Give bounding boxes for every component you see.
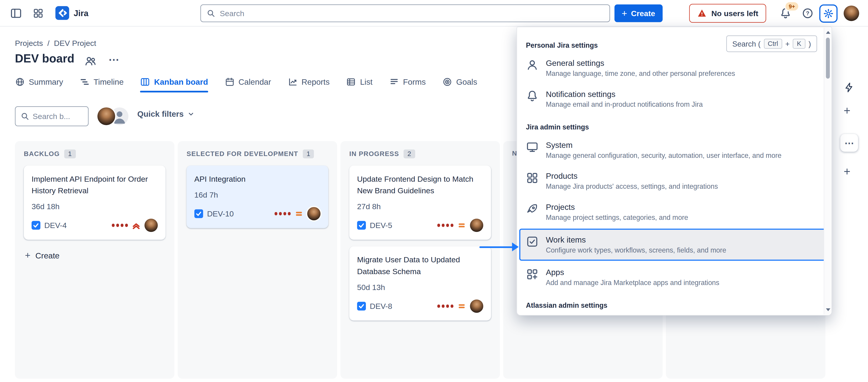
tab-label: Timeline bbox=[94, 77, 124, 86]
column-create-button[interactable]: + Create bbox=[15, 245, 69, 266]
menu-item-system[interactable]: System Manage general configuration, sec… bbox=[517, 134, 832, 165]
kanban-column-in-progress: IN PROGRESS 2 Update Frontend Design to … bbox=[340, 141, 500, 379]
tab-goals[interactable]: Goals bbox=[442, 77, 477, 88]
menu-item-title: General settings bbox=[546, 58, 735, 69]
timeline-icon bbox=[80, 77, 90, 87]
reports-icon bbox=[288, 77, 298, 87]
menu-item-title: Apps bbox=[546, 267, 719, 278]
scroll-up-arrow-icon[interactable] bbox=[826, 31, 831, 34]
settings-button[interactable] bbox=[819, 4, 838, 23]
settings-search-button[interactable]: Search ( Ctrl + K ) bbox=[726, 35, 817, 52]
breadcrumb-separator: / bbox=[48, 39, 50, 48]
more-icon: ⋯ bbox=[844, 137, 854, 149]
create-button[interactable]: + Create bbox=[615, 4, 662, 22]
menu-item-apps[interactable]: Apps Add and manage Jira Marketplace app… bbox=[517, 262, 832, 293]
scrollbar-thumb[interactable] bbox=[826, 38, 830, 78]
column-create-label: Create bbox=[35, 251, 60, 260]
tab-label: Kanban board bbox=[154, 77, 208, 86]
board-search[interactable] bbox=[15, 106, 89, 126]
estimate-dots bbox=[274, 212, 291, 215]
help-button[interactable]: ? bbox=[801, 6, 815, 21]
column-header: SELECTED FOR DEVELOPMENT 1 bbox=[178, 141, 337, 164]
atlassian-admin-settings-section-header: Atlassian admin settings bbox=[517, 293, 832, 313]
create-button-label: Create bbox=[631, 9, 655, 18]
priority-medium-icon bbox=[457, 221, 466, 230]
menu-item-title: Projects bbox=[546, 201, 688, 213]
globe-icon bbox=[15, 77, 25, 87]
breadcrumb-projects-link[interactable]: Projects bbox=[15, 39, 43, 48]
menu-item-products[interactable]: Products Manage Jira products' access, s… bbox=[517, 165, 832, 197]
automation-button[interactable] bbox=[844, 82, 855, 93]
tab-label: Forms bbox=[403, 77, 426, 86]
card-estimate: 27d 8h bbox=[357, 202, 483, 211]
board-options-button[interactable]: ⋯ bbox=[840, 134, 858, 152]
no-users-left-button[interactable]: No users left bbox=[689, 4, 766, 23]
forms-icon bbox=[389, 77, 399, 87]
assignee-avatar[interactable] bbox=[470, 299, 483, 313]
svg-text:?: ? bbox=[806, 10, 809, 17]
tab-calendar[interactable]: Calendar bbox=[225, 77, 271, 88]
collapse-sidebar-button[interactable] bbox=[9, 6, 23, 21]
task-type-icon bbox=[194, 209, 203, 218]
tab-label: Calendar bbox=[239, 77, 271, 86]
people-icon bbox=[84, 55, 97, 67]
lightning-bolt-icon bbox=[844, 82, 855, 93]
add-column-button[interactable]: + bbox=[844, 165, 850, 178]
app-grid-icon bbox=[33, 8, 44, 19]
menu-item-notification-settings[interactable]: Notification settings Manage email and i… bbox=[517, 84, 832, 115]
tab-timeline[interactable]: Timeline bbox=[80, 77, 124, 88]
board-search-input[interactable] bbox=[33, 112, 83, 121]
grid-icon bbox=[526, 172, 539, 184]
monitor-icon bbox=[526, 140, 539, 153]
menu-item-work-items[interactable]: Work items Configure work types, workflo… bbox=[519, 229, 829, 261]
quick-filters-button[interactable]: Quick filters bbox=[137, 110, 195, 119]
board-more-actions-button[interactable]: ⋯ bbox=[108, 53, 119, 66]
card-dev-4[interactable]: Implement API Endpoint for Order History… bbox=[24, 165, 165, 240]
assignee-avatar[interactable] bbox=[145, 219, 158, 232]
card-estimate: 36d 18h bbox=[32, 202, 158, 211]
menu-item-general-settings[interactable]: General settings Manage language, time z… bbox=[517, 53, 832, 84]
column-name: BACKLOG bbox=[24, 150, 60, 158]
member-avatar[interactable] bbox=[97, 107, 115, 125]
menu-item-projects[interactable]: Projects Manage project settings, catego… bbox=[517, 196, 832, 228]
card-key: DEV-8 bbox=[370, 301, 392, 311]
tab-list[interactable]: List bbox=[346, 77, 372, 88]
card-title: Update Frontend Design to Match New Bran… bbox=[357, 173, 483, 196]
board-collaborators-button[interactable] bbox=[84, 55, 97, 67]
scroll-down-arrow-icon[interactable] bbox=[826, 309, 831, 311]
add-view-button[interactable]: + bbox=[844, 104, 850, 118]
breadcrumb-project-link[interactable]: DEV Project bbox=[54, 39, 96, 48]
tab-forms[interactable]: Forms bbox=[389, 77, 426, 88]
settings-search-prefix: Search ( bbox=[733, 39, 761, 48]
scrollbar[interactable] bbox=[824, 28, 831, 315]
global-search-input[interactable] bbox=[220, 9, 604, 18]
bell-icon bbox=[526, 90, 539, 102]
global-search[interactable] bbox=[200, 4, 610, 22]
card-key: DEV-5 bbox=[370, 221, 392, 230]
assignee-avatar[interactable] bbox=[307, 207, 321, 221]
user-avatar[interactable] bbox=[844, 5, 859, 21]
tab-label: Reports bbox=[302, 77, 330, 86]
jira-logo-text: Jira bbox=[73, 8, 88, 18]
card-dev-5[interactable]: Update Frontend Design to Match New Bran… bbox=[349, 165, 491, 240]
notification-badge: 9+ bbox=[785, 2, 798, 11]
kanban-column-backlog: BACKLOG 1 Implement API Endpoint for Ord… bbox=[15, 141, 175, 379]
menu-item-title: System bbox=[546, 139, 781, 151]
plus-icon: + bbox=[844, 165, 850, 178]
target-icon bbox=[442, 77, 453, 87]
tab-reports[interactable]: Reports bbox=[288, 77, 330, 88]
jira-logo[interactable]: Jira bbox=[55, 6, 89, 20]
card-estimate: 50d 13h bbox=[357, 283, 483, 292]
app-switcher-button[interactable] bbox=[31, 6, 45, 21]
arrow-head bbox=[512, 243, 519, 251]
card-footer: DEV-4 bbox=[32, 219, 158, 232]
card-title: Migrate User Data to Updated Database Sc… bbox=[357, 254, 483, 277]
notifications-button[interactable]: 9+ bbox=[778, 6, 793, 21]
card-dev-8[interactable]: Migrate User Data to Updated Database Sc… bbox=[349, 247, 491, 321]
chevron-down-icon bbox=[187, 110, 195, 118]
tab-kanban-board[interactable]: Kanban board bbox=[140, 77, 208, 88]
settings-search-suffix: ) bbox=[808, 39, 811, 48]
tab-summary[interactable]: Summary bbox=[15, 77, 63, 88]
assignee-avatar[interactable] bbox=[470, 219, 483, 232]
card-dev-10[interactable]: API Integration 16d 7h DEV-10 bbox=[186, 165, 328, 228]
